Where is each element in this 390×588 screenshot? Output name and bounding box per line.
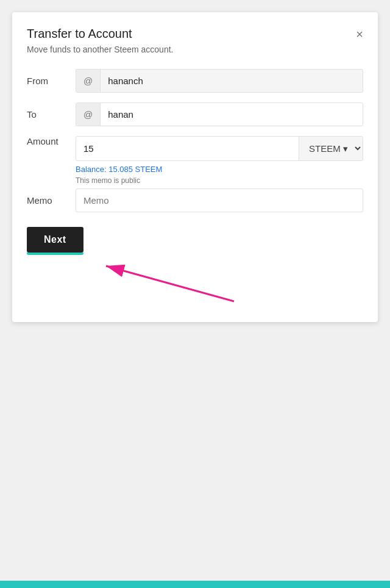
- amount-row: Amount STEEM ▾ SBD Balance: 15.085 STEEM: [27, 136, 363, 174]
- from-input-wrapper: @: [76, 69, 363, 93]
- to-input-wrapper: @: [76, 102, 363, 126]
- memo-input[interactable]: [76, 188, 363, 212]
- amount-input-group: STEEM ▾ SBD Balance: 15.085 STEEM: [76, 136, 363, 174]
- amount-input[interactable]: [76, 137, 299, 160]
- transfer-dialog: Transfer to Account × Move funds to anot…: [12, 12, 378, 322]
- close-button[interactable]: ×: [356, 28, 363, 40]
- from-row: From @: [27, 69, 363, 93]
- dialog-subtitle: Move funds to another Steem account.: [27, 45, 363, 54]
- to-input[interactable]: [101, 103, 363, 126]
- from-label: From: [27, 76, 76, 86]
- arrow-icon: [88, 259, 246, 307]
- amount-label: Amount: [27, 136, 76, 146]
- from-at-symbol: @: [76, 70, 101, 92]
- to-row: To @: [27, 102, 363, 126]
- currency-select[interactable]: STEEM ▾ SBD: [299, 137, 363, 160]
- dialog-header: Transfer to Account ×: [27, 27, 363, 41]
- bottom-bar: [0, 581, 390, 588]
- memo-notice: This memo is public: [76, 176, 363, 185]
- to-at-symbol: @: [76, 103, 101, 126]
- next-button[interactable]: Next: [27, 227, 83, 253]
- from-input[interactable]: [101, 70, 363, 92]
- svg-line-1: [106, 266, 234, 301]
- to-label: To: [27, 109, 76, 120]
- memo-label: Memo: [27, 195, 76, 206]
- memo-row: Memo: [27, 188, 363, 212]
- arrow-annotation: [27, 259, 363, 307]
- memo-section: This memo is public Memo: [27, 176, 363, 212]
- amount-field-wrapper: STEEM ▾ SBD: [76, 136, 363, 161]
- balance-text: Balance: 15.085 STEEM: [76, 165, 363, 174]
- dialog-title: Transfer to Account: [27, 27, 132, 41]
